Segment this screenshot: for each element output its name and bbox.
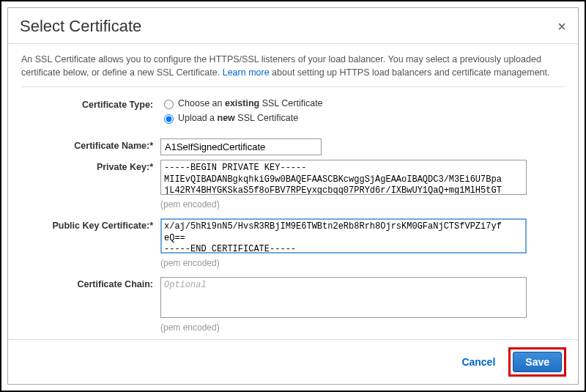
hint-private-key: (pem encoded): [160, 199, 565, 210]
row-private-key: Private Key:* -----BEGIN PRIVATE KEY----…: [21, 160, 565, 217]
radio-upload-new[interactable]: Upload a new SSL Certificate: [160, 112, 565, 124]
modal-header: Select Certificate ×: [8, 8, 578, 44]
certificate-name-input[interactable]: [160, 138, 322, 155]
cancel-button[interactable]: Cancel: [461, 356, 495, 368]
radio-upload-new-label: Upload a new SSL Certificate: [178, 113, 298, 123]
radio-existing-input[interactable]: [164, 100, 174, 109]
radio-upload-new-input[interactable]: [164, 114, 174, 124]
field-cert-type: Choose an existing SSL Certificate Uploa…: [160, 97, 565, 127]
save-button[interactable]: Save: [513, 352, 562, 372]
label-cert-type: Certificate Type:: [21, 97, 160, 110]
field-cert-chain: (pem encoded): [160, 277, 565, 339]
outer-frame: Select Certificate × An SSL Certificate …: [0, 0, 586, 392]
hint-public-cert: (pem encoded): [160, 258, 565, 268]
field-public-cert: x/aj/5hRi9nN5/HvsR3RBjIM9E6TWBtn2eRb8Rrh…: [160, 218, 565, 275]
row-public-cert: Public Key Certificate:* x/aj/5hRi9nN5/H…: [21, 218, 565, 275]
row-cert-name: Certificate Name:*: [21, 138, 565, 155]
modal-title: Select Certificate: [20, 17, 141, 36]
learn-more-link[interactable]: Learn more: [223, 67, 270, 78]
field-private-key: -----BEGIN PRIVATE KEY----- MIIEvQIBADAN…: [160, 160, 565, 217]
radio-existing-label: Choose an existing SSL Certificate: [178, 98, 323, 108]
radio-existing[interactable]: Choose an existing SSL Certificate: [160, 97, 565, 109]
public-cert-textarea[interactable]: x/aj/5hRi9nN5/HvsR3RBjIM9E6TWBtn2eRb8Rrh…: [160, 218, 527, 254]
save-highlight: Save: [508, 347, 566, 377]
row-cert-chain: Certificate Chain: (pem encoded): [21, 277, 565, 339]
modal-body: An SSL Certificate allows you to configu…: [8, 44, 578, 339]
intro-post: about setting up HTTPS load balancers an…: [270, 67, 550, 78]
label-private-key: Private Key:*: [21, 160, 160, 172]
label-cert-chain: Certificate Chain:: [21, 277, 160, 289]
divider: [21, 86, 565, 87]
label-cert-name: Certificate Name:*: [21, 138, 160, 151]
label-public-cert: Public Key Certificate:*: [21, 218, 160, 231]
hint-cert-chain: (pem encoded): [160, 322, 565, 333]
select-certificate-modal: Select Certificate × An SSL Certificate …: [7, 7, 579, 385]
field-cert-name: [160, 138, 565, 155]
private-key-textarea[interactable]: -----BEGIN PRIVATE KEY----- MIIEvQIBADAN…: [160, 160, 527, 195]
cert-chain-textarea[interactable]: [160, 277, 527, 318]
modal-footer: Cancel Save: [8, 339, 578, 384]
row-cert-type: Certificate Type: Choose an existing SSL…: [21, 97, 565, 127]
close-icon[interactable]: ×: [557, 19, 566, 34]
intro-text: An SSL Certificate allows you to configu…: [21, 53, 565, 79]
